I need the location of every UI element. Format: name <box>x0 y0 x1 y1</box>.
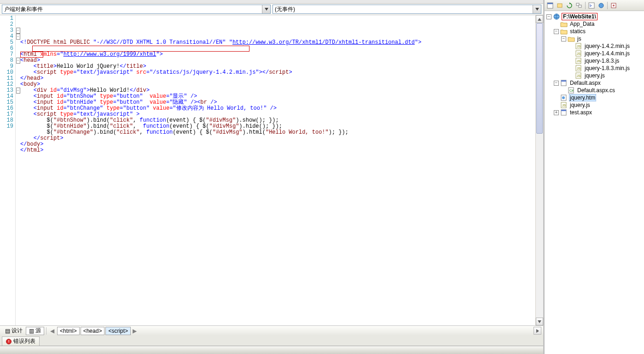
refresh-icon[interactable] <box>565 1 574 10</box>
svg-text:JS: JS <box>577 74 581 77</box>
show-all-icon[interactable] <box>555 1 564 10</box>
breadcrumb-item[interactable]: <html> <box>57 327 80 335</box>
tree-item[interactable]: jquery.htm <box>545 94 644 101</box>
tree-item-label: App_Data <box>569 21 595 27</box>
svg-rect-1 <box>547 3 553 4</box>
svg-point-25 <box>562 96 565 99</box>
tree-item[interactable]: +test.aspx <box>545 109 644 116</box>
scroll-thumb[interactable] <box>536 23 543 134</box>
source-label: 源 <box>35 327 41 335</box>
tree-item-label: jquery.htm <box>569 94 596 101</box>
scroll-right-button[interactable] <box>534 327 541 335</box>
line-number-gutter: 12345678910111213141516171819 <box>0 15 16 325</box>
fold-toggle[interactable]: − <box>16 88 20 94</box>
code-area[interactable]: <!DOCTYPE html PUBLIC "-//W3C//DTD XHTML… <box>20 15 535 325</box>
nav-right-icon[interactable]: ▶ <box>131 328 139 334</box>
breadcrumb-item[interactable]: <script> <box>105 327 131 335</box>
fold-column[interactable]: −−−− <box>16 15 20 325</box>
vertical-scrollbar[interactable] <box>535 15 543 325</box>
nav-left-icon[interactable]: ◀ <box>48 328 56 334</box>
tree-item[interactable]: JSjquery.js <box>545 101 644 109</box>
cs-icon: C# <box>568 87 575 94</box>
solution-explorer: − F:\WebSite1\ App_Data−statics−jsJSjque… <box>545 0 644 354</box>
svg-text:JS: JS <box>577 45 581 48</box>
tree-item-label: test.aspx <box>569 109 593 116</box>
svg-rect-29 <box>561 110 566 111</box>
svg-rect-2 <box>557 4 562 7</box>
collapse-icon[interactable]: − <box>546 14 551 19</box>
tree-item-label: jquery-1.4.4.min.js <box>584 50 631 57</box>
svg-rect-21 <box>561 80 566 82</box>
js-icon: JS <box>575 50 582 57</box>
events-combo[interactable]: (无事件) <box>273 5 541 14</box>
tree-item-label: jquery-1.4.2.min.js <box>584 43 631 49</box>
error-icon: ! <box>6 339 12 344</box>
design-icon: ▤ <box>5 328 10 334</box>
document-tabs[interactable] <box>0 0 543 4</box>
tree-item[interactable]: App_Data <box>545 20 644 28</box>
folder-icon <box>560 21 568 27</box>
tree-root[interactable]: − F:\WebSite1\ <box>545 13 644 20</box>
separator <box>46 327 46 335</box>
tree-item[interactable]: JSjquery-1.4.4.min.js <box>545 50 644 57</box>
scroll-down-button[interactable] <box>536 318 543 325</box>
file-tree[interactable]: − F:\WebSite1\ App_Data−statics−jsJSjque… <box>545 11 644 354</box>
tree-item-label: statics <box>569 28 586 35</box>
design-label: 设计 <box>12 327 23 335</box>
folder-icon <box>560 28 568 35</box>
error-list-tab[interactable]: ! 错误列表 <box>2 336 40 346</box>
design-view-button[interactable]: ▤ 设计 <box>2 327 26 335</box>
chevron-down-icon <box>262 5 270 13</box>
tree-item[interactable]: −Default.aspx <box>545 79 644 87</box>
fold-toggle[interactable]: − <box>16 58 20 64</box>
folder-icon <box>568 35 575 42</box>
fold-toggle[interactable]: − <box>16 34 20 40</box>
nest-icon[interactable] <box>574 1 584 10</box>
svg-text:JS: JS <box>562 104 566 107</box>
copy-website-icon[interactable] <box>597 1 606 10</box>
aspx-icon <box>560 109 568 116</box>
tree-item-label: jquery-1.8.3.js <box>584 58 620 64</box>
error-list-label: 错误列表 <box>13 337 35 345</box>
tree-item[interactable]: C#Default.aspx.cs <box>545 87 644 94</box>
tree-item-label: Default.aspx.cs <box>576 87 616 94</box>
breadcrumb-item[interactable]: <head> <box>81 327 105 335</box>
collapse-icon[interactable]: − <box>561 36 566 41</box>
svg-point-6 <box>599 3 603 8</box>
tree-item-label: Default.aspx <box>569 80 602 86</box>
solution-toolbar <box>545 0 644 11</box>
svg-point-8 <box>613 5 615 6</box>
expand-icon[interactable]: + <box>554 110 559 115</box>
tree-item[interactable]: −js <box>545 35 644 42</box>
tree-item-label: jquery.js <box>584 72 606 79</box>
code-editor[interactable]: 12345678910111213141516171819 −−−− <!DOC… <box>0 15 543 325</box>
tree-item[interactable]: JSjquery.js <box>545 72 644 79</box>
js-icon: JS <box>575 58 582 64</box>
tree-item[interactable]: −statics <box>545 28 644 35</box>
separator <box>585 2 586 9</box>
tree-item[interactable]: JSjquery-1.4.2.min.js <box>545 42 644 50</box>
svg-text:C#: C# <box>569 89 574 92</box>
tree-item-label: jquery-1.8.3.min.js <box>584 65 631 71</box>
tree-item[interactable]: JSjquery-1.8.3.js <box>545 57 644 65</box>
scroll-up-button[interactable] <box>536 15 543 23</box>
asp-config-icon[interactable] <box>609 1 618 10</box>
js-icon: JS <box>575 72 582 79</box>
js-icon: JS <box>575 65 582 71</box>
source-view-button[interactable]: ▥ 源 <box>26 327 44 335</box>
globe-icon <box>553 13 560 20</box>
chevron-down-icon <box>533 5 541 13</box>
client-objects-combo[interactable]: 户端对象和事件 <box>2 5 271 14</box>
js-icon: JS <box>560 102 568 108</box>
js-icon: JS <box>575 43 582 49</box>
separator <box>607 2 608 9</box>
svg-text:JS: JS <box>577 59 581 63</box>
fold-toggle[interactable]: − <box>16 28 20 34</box>
properties-icon[interactable] <box>545 1 555 10</box>
collapse-icon[interactable]: − <box>554 81 559 86</box>
view-code-icon[interactable] <box>587 1 596 10</box>
status-bar <box>0 346 543 354</box>
tree-item[interactable]: JSjquery-1.8.3.min.js <box>545 65 644 72</box>
collapse-icon[interactable]: − <box>554 29 559 34</box>
combo-value: (无事件) <box>275 6 295 13</box>
